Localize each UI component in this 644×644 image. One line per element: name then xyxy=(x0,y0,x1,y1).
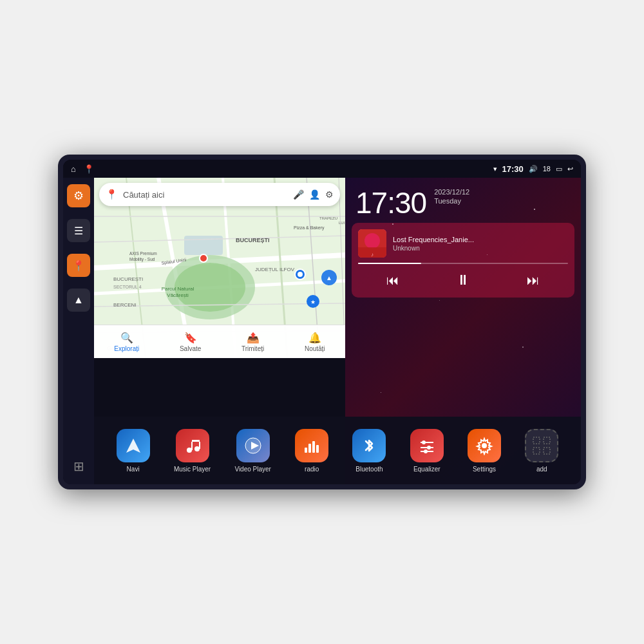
settings-label: Settings xyxy=(473,466,496,473)
video-player-icon xyxy=(236,429,270,462)
music-section: ♪ Lost Frequencies_Janie... Unknown ⏮ xyxy=(352,223,574,298)
svg-rect-63 xyxy=(544,448,550,454)
map-tab-explore[interactable]: 🔍 Explorați xyxy=(114,332,139,352)
app-launcher: Navi Music Player xyxy=(94,417,581,484)
settings-icon: ⚙ xyxy=(73,189,84,203)
menu-icon[interactable]: ⚙ xyxy=(325,189,334,200)
svg-text:Parcul Natural: Parcul Natural xyxy=(162,286,194,292)
battery-level: 18 xyxy=(543,165,551,173)
settings-app-icon xyxy=(468,429,501,462)
svg-text:BUCUREȘTI: BUCUREȘTI xyxy=(113,276,143,282)
music-progress-bar[interactable] xyxy=(358,263,568,264)
saved-icon: 🔖 xyxy=(184,332,197,344)
status-left: ⌂ 📍 xyxy=(71,164,94,174)
map-tab-saved[interactable]: 🔖 Salvate xyxy=(180,332,201,352)
svg-rect-62 xyxy=(533,448,540,454)
app-item-radio[interactable]: radio xyxy=(295,429,328,473)
track-info: Lost Frequencies_Janie... Unknown xyxy=(393,236,568,252)
svg-text:JUDEȚUL ILFOV: JUDEȚUL ILFOV xyxy=(255,267,295,272)
svg-rect-60 xyxy=(533,437,540,444)
svg-point-56 xyxy=(427,446,431,450)
svg-text:BERCENI: BERCENI xyxy=(113,302,137,308)
svg-point-38 xyxy=(365,233,380,249)
home-icon[interactable]: ⌂ xyxy=(71,164,76,174)
app-item-navi[interactable]: Navi xyxy=(117,429,150,473)
music-controls: ⏮ ⏸ ⏭ xyxy=(358,269,568,291)
sidebar-item-grid[interactable]: ⊞ xyxy=(67,455,90,478)
equalizer-label: Equalizer xyxy=(413,466,440,473)
add-label: add xyxy=(536,466,547,473)
sidebar-item-navigation[interactable]: ▲ xyxy=(67,289,90,312)
back-icon[interactable]: ↩ xyxy=(567,165,573,173)
device-frame: ⌂ 📍 ▾ 17:30 🔊 18 ▭ ↩ ⚙ ☰ xyxy=(58,155,586,489)
account-icon[interactable]: 👤 xyxy=(309,189,320,200)
map-search-bar[interactable]: 📍 Căutați aici 🎤 👤 ⚙ xyxy=(99,183,340,206)
sidebar-item-maps[interactable]: 📍 xyxy=(67,254,90,277)
music-player-label: Music Player xyxy=(174,466,211,473)
music-track-row: ♪ Lost Frequencies_Janie... Unknown xyxy=(358,229,568,258)
navi-label: Navi xyxy=(127,466,140,473)
app-item-music-player[interactable]: Music Player xyxy=(174,429,211,473)
bluetooth-label: Bluetooth xyxy=(355,466,383,473)
svg-point-42 xyxy=(187,448,192,453)
progress-fill xyxy=(358,263,421,264)
equalizer-icon xyxy=(410,429,444,462)
map-tab-news[interactable]: 🔔 Noutăți xyxy=(305,332,325,352)
pause-button[interactable]: ⏸ xyxy=(453,269,473,291)
svg-text:Pizza & Bakery: Pizza & Bakery xyxy=(294,225,325,231)
svg-point-58 xyxy=(424,450,428,453)
share-label: Trimiteți xyxy=(242,345,264,352)
saved-label: Salvate xyxy=(180,345,201,352)
svg-point-43 xyxy=(194,446,200,451)
svg-point-59 xyxy=(482,443,487,448)
clock-date: 2023/12/12 Tuesday xyxy=(434,188,469,207)
sidebar-item-settings[interactable]: ⚙ xyxy=(67,184,90,207)
album-art: ♪ xyxy=(358,229,386,258)
svg-point-12 xyxy=(200,254,207,262)
mic-icon[interactable]: 🎤 xyxy=(293,189,304,200)
explore-icon: 🔍 xyxy=(120,332,133,344)
map-area[interactable]: Google BUCUREȘTI JUDEȚUL ILFOV BERCENI B… xyxy=(94,178,345,358)
app-item-video-player[interactable]: Video Player xyxy=(234,429,271,473)
svg-rect-52 xyxy=(316,445,319,453)
app-item-add[interactable]: add xyxy=(525,429,558,473)
files-icon: ☰ xyxy=(74,225,83,237)
app-item-settings[interactable]: Settings xyxy=(468,429,501,473)
video-player-label: Video Player xyxy=(234,466,271,473)
clock-time: 17:30 xyxy=(355,188,426,218)
svg-point-54 xyxy=(422,440,426,444)
status-bar: ⌂ 📍 ▾ 17:30 🔊 18 ▭ ↩ xyxy=(63,160,581,178)
radio-icon xyxy=(295,429,328,462)
navi-icon xyxy=(117,429,150,462)
sidebar-item-files[interactable]: ☰ xyxy=(67,219,90,242)
nav-arrow-icon: ▲ xyxy=(73,294,84,306)
clock-date-value: 2023/12/12 xyxy=(434,188,469,196)
device-screen: ⌂ 📍 ▾ 17:30 🔊 18 ▭ ↩ ⚙ ☰ xyxy=(63,160,581,484)
grid-icon: ⊞ xyxy=(73,459,84,474)
svg-point-11 xyxy=(298,272,303,277)
battery-icon: ▭ xyxy=(556,165,562,173)
svg-rect-44 xyxy=(192,440,200,442)
app-item-bluetooth[interactable]: Bluetooth xyxy=(352,429,386,473)
maps-shortcut-icon[interactable]: 📍 xyxy=(84,164,94,174)
news-label: Noutăți xyxy=(305,345,325,352)
svg-text:TRAPEZU: TRAPEZU xyxy=(319,216,337,220)
next-button[interactable]: ⏭ xyxy=(524,270,542,290)
app-item-equalizer[interactable]: Equalizer xyxy=(410,429,444,473)
map-tab-share[interactable]: 📤 Trimiteți xyxy=(242,332,264,352)
add-icon xyxy=(525,429,558,462)
prev-button[interactable]: ⏮ xyxy=(384,270,402,290)
volume-icon: 🔊 xyxy=(529,165,538,173)
bluetooth-icon xyxy=(352,429,386,462)
sidebar: ⚙ ☰ 📍 ▲ ⊞ xyxy=(63,178,94,484)
explore-label: Explorați xyxy=(114,345,139,352)
status-time: 17:30 xyxy=(502,164,524,174)
svg-rect-50 xyxy=(308,444,311,453)
svg-marker-41 xyxy=(126,439,140,453)
share-icon: 📤 xyxy=(247,332,260,344)
svg-text:Văcărești: Văcărești xyxy=(167,292,189,298)
svg-text:AXIS Premium: AXIS Premium xyxy=(129,251,157,256)
search-input[interactable]: Căutați aici xyxy=(123,190,288,200)
svg-text:▲: ▲ xyxy=(326,274,332,281)
svg-rect-61 xyxy=(544,437,550,444)
